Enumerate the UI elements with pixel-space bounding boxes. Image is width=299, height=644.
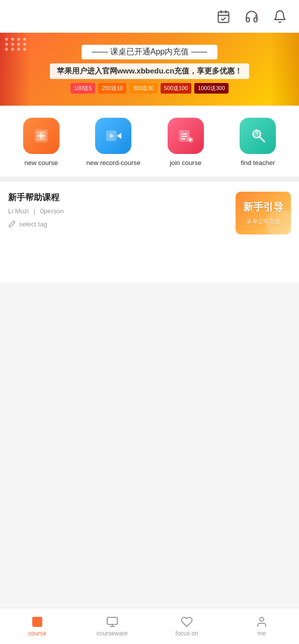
course-title: 新手帮助课程 [8,192,228,203]
find-teacher-label: find teacher [241,159,275,167]
banner-subtitle: 苹果用户进入官网www.xbbedu.cn充值，享更多优惠！ [50,63,250,79]
svg-point-21 [256,131,259,134]
pencil-icon [8,220,16,228]
header [0,0,299,33]
new-course-label: new course [25,159,58,167]
bottom-nav: course courseware focus on me [0,608,299,644]
banner-title: —— 课桌已开通App内充值 —— [82,45,217,59]
svg-point-11 [110,134,114,138]
course-thumbnail[interactable]: 新手引导从单立即完成 [236,192,291,234]
course-separator: | [34,207,35,215]
calendar-icon[interactable] [214,8,233,26]
banner-tag-2: 200送10 [98,83,126,94]
bottom-spacer [0,282,299,323]
banner-tag-3: 300送30 [129,83,158,94]
svg-rect-0 [218,12,229,22]
nav-focus-on-icon [181,616,193,628]
course-info: 新手帮助课程 Li Muzi | 0person select tag [8,192,228,228]
find-teacher-icon [240,118,276,154]
banner-tag-1: 100送5 [70,83,95,94]
course-author: Li Muzi [8,207,29,215]
course-card: 新手帮助课程 Li Muzi | 0person select tag 新手引导… [8,192,291,234]
thumbnail-text: 新手引导从单立即完成 [243,200,283,226]
course-meta: Li Muzi | 0person [8,207,228,215]
nav-focus-on-label: focus on [176,630,198,637]
svg-line-20 [260,137,265,142]
select-tag-button[interactable]: select tag [8,220,228,228]
svg-rect-22 [33,617,42,626]
nav-me-label: me [257,630,266,637]
bell-icon[interactable] [271,8,289,26]
nav-focus-on[interactable]: focus on [150,608,225,644]
svg-point-4 [255,15,257,17]
nav-courseware[interactable]: courseware [75,608,150,644]
join-course-button[interactable]: join course [150,118,222,167]
join-course-label: join course [170,159,201,167]
banner[interactable]: —— 课桌已开通App内充值 —— 苹果用户进入官网www.xbbedu.cn充… [0,33,299,106]
nav-me[interactable]: me [225,608,300,644]
new-course-button[interactable]: new course [5,118,78,167]
section-divider [0,177,299,182]
banner-tags: 100送5 200送10 300送30 500送100 1000送300 [50,83,250,94]
join-course-icon [168,118,204,154]
nav-course[interactable]: course [0,608,75,644]
svg-rect-25 [107,617,117,624]
new-record-course-icon [95,118,131,154]
banner-deco-right [269,33,299,106]
quick-actions: new course new record-course join [0,106,299,177]
banner-dots [5,38,27,51]
nav-course-label: course [28,630,46,637]
banner-tag-4: 500送100 [161,83,192,94]
svg-marker-10 [117,133,122,138]
course-count: 0person [40,207,64,215]
banner-content: —— 课桌已开通App内充值 —— 苹果用户进入官网www.xbbedu.cn充… [50,45,250,94]
new-record-course-button[interactable]: new record-course [78,118,150,167]
svg-point-28 [260,617,264,621]
nav-courseware-label: courseware [97,630,128,637]
nav-course-icon [31,616,43,628]
banner-tag-5: 1000送300 [194,83,229,94]
course-section: 新手帮助课程 Li Muzi | 0person select tag 新手引导… [0,182,299,282]
headset-icon[interactable] [243,8,261,26]
find-teacher-button[interactable]: find teacher [222,118,294,167]
nav-me-icon [256,616,268,628]
select-tag-label: select tag [19,220,47,228]
new-record-course-label: new record-course [86,159,140,167]
nav-courseware-icon [106,616,118,628]
new-course-icon [23,118,59,154]
